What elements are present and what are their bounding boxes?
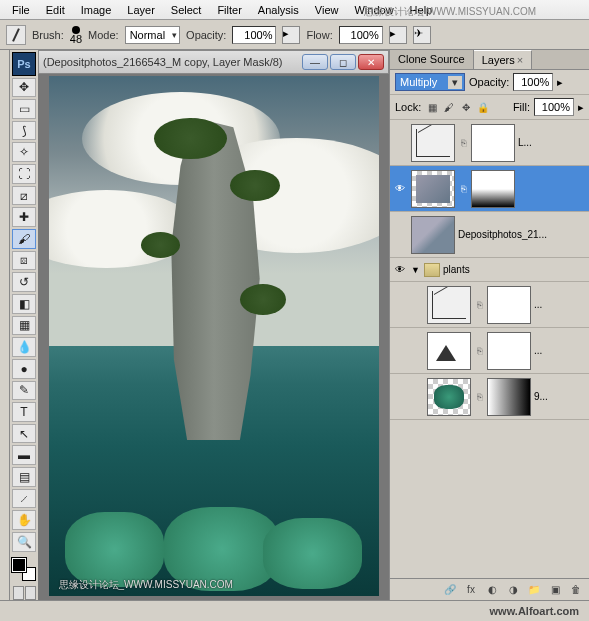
minimize-button[interactable]: —: [302, 54, 328, 70]
history-brush-tool[interactable]: ↺: [12, 272, 36, 292]
layer-row[interactable]: ⎘ L...: [390, 120, 589, 166]
visibility-toggle[interactable]: [392, 135, 408, 151]
shape-tool[interactable]: ▬: [12, 445, 36, 465]
brush-tool[interactable]: 🖌: [12, 229, 36, 249]
opacity-input[interactable]: 100%: [232, 26, 276, 44]
lasso-tool[interactable]: ⟆: [12, 121, 36, 141]
layer-name[interactable]: 9...: [534, 391, 587, 402]
fx-icon[interactable]: fx: [462, 582, 480, 598]
stamp-tool[interactable]: ⧇: [12, 251, 36, 271]
visibility-toggle[interactable]: [408, 297, 424, 313]
heal-tool[interactable]: ✚: [12, 207, 36, 227]
wand-tool[interactable]: ✧: [12, 142, 36, 162]
marquee-tool[interactable]: ▭: [12, 99, 36, 119]
fg-bg-swatch[interactable]: [12, 558, 36, 582]
layer-row[interactable]: Depositphotos_21...: [390, 212, 589, 258]
layer-mask-thumb[interactable]: [487, 332, 531, 370]
dodge-tool[interactable]: ●: [12, 359, 36, 379]
fill-label: Fill:: [513, 101, 530, 113]
visibility-toggle[interactable]: [408, 343, 424, 359]
layer-mask-thumb[interactable]: [487, 286, 531, 324]
brush-label: Brush:: [32, 29, 64, 41]
layer-name[interactable]: Depositphotos_21...: [458, 229, 587, 240]
type-tool[interactable]: T: [12, 402, 36, 422]
menu-image[interactable]: Image: [73, 1, 120, 19]
layer-name[interactable]: ...: [534, 299, 587, 310]
layer-thumb-curves[interactable]: [411, 124, 455, 162]
flow-flyout-icon[interactable]: ▸: [389, 26, 407, 44]
crop-tool[interactable]: ⛶: [12, 164, 36, 184]
menu-filter[interactable]: Filter: [209, 1, 249, 19]
layer-thumb[interactable]: [411, 216, 455, 254]
layer-row[interactable]: ⎘: [390, 166, 589, 212]
close-button[interactable]: ✕: [358, 54, 384, 70]
menu-analysis[interactable]: Analysis: [250, 1, 307, 19]
lock-transparent-icon[interactable]: ▦: [425, 100, 439, 114]
brush-size-value: 48: [70, 34, 82, 44]
maximize-button[interactable]: ◻: [330, 54, 356, 70]
visibility-toggle[interactable]: [392, 262, 408, 278]
layer-row[interactable]: ⎘ ...: [390, 328, 589, 374]
canvas[interactable]: 思缘设计论坛_WWW.MISSYUAN.COM: [38, 74, 389, 600]
menu-select[interactable]: Select: [163, 1, 210, 19]
menu-edit[interactable]: Edit: [38, 1, 73, 19]
disclosure-icon[interactable]: ▼: [411, 265, 421, 275]
quickmask-toggle[interactable]: [13, 586, 36, 600]
visibility-toggle[interactable]: [392, 181, 408, 197]
flow-input[interactable]: 100%: [339, 26, 383, 44]
layer-mask-thumb[interactable]: [471, 170, 515, 208]
lock-all-icon[interactable]: 🔒: [476, 100, 490, 114]
menu-view[interactable]: View: [307, 1, 347, 19]
blur-tool[interactable]: 💧: [12, 337, 36, 357]
menu-layer[interactable]: Layer: [119, 1, 163, 19]
airbrush-icon[interactable]: ✈: [413, 26, 431, 44]
brush-size-picker[interactable]: 48: [70, 26, 82, 44]
layer-thumb[interactable]: [427, 378, 471, 416]
gradient-tool[interactable]: ▦: [12, 316, 36, 336]
layer-blendmode-dropdown[interactable]: Multiply: [395, 73, 465, 91]
layer-opacity-input[interactable]: 100%: [513, 73, 553, 91]
tab-close-icon[interactable]: ×: [517, 54, 523, 66]
blend-mode-dropdown[interactable]: Normal: [125, 26, 180, 44]
opacity-flyout-icon[interactable]: ▸: [282, 26, 300, 44]
visibility-toggle[interactable]: [392, 227, 408, 243]
panel-dock-strip[interactable]: [0, 50, 10, 600]
eraser-tool[interactable]: ◧: [12, 294, 36, 314]
group-icon[interactable]: 📁: [525, 582, 543, 598]
path-tool[interactable]: ↖: [12, 424, 36, 444]
brush-tool-icon[interactable]: [6, 25, 26, 45]
fill-input[interactable]: 100%: [534, 98, 574, 116]
footer-link[interactable]: www.Alfoart.com: [490, 605, 579, 617]
flyout-icon[interactable]: ▸: [578, 101, 584, 114]
lock-pixels-icon[interactable]: 🖌: [442, 100, 456, 114]
layer-name[interactable]: plants: [443, 264, 587, 275]
trash-icon[interactable]: 🗑: [567, 582, 585, 598]
layer-mask-thumb[interactable]: [487, 378, 531, 416]
eyedropper-tool[interactable]: ⟋: [12, 489, 36, 509]
new-layer-icon[interactable]: ▣: [546, 582, 564, 598]
layer-name[interactable]: ...: [534, 345, 587, 356]
adjustment-icon[interactable]: ◑: [504, 582, 522, 598]
slice-tool[interactable]: ⧄: [12, 186, 36, 206]
move-tool[interactable]: ✥: [12, 78, 36, 98]
pen-tool[interactable]: ✎: [12, 381, 36, 401]
layer-thumb[interactable]: [411, 170, 455, 208]
link-layers-icon[interactable]: 🔗: [441, 582, 459, 598]
tab-clone-source[interactable]: Clone Source: [390, 50, 474, 69]
visibility-toggle[interactable]: [408, 389, 424, 405]
layer-thumb-levels[interactable]: [427, 332, 471, 370]
layer-row[interactable]: ⎘ ...: [390, 282, 589, 328]
mask-icon[interactable]: ◐: [483, 582, 501, 598]
layer-mask-thumb[interactable]: [471, 124, 515, 162]
layer-row[interactable]: ⎘ 9...: [390, 374, 589, 420]
menu-file[interactable]: File: [4, 1, 38, 19]
layer-group-row[interactable]: ▼ plants: [390, 258, 589, 282]
flyout-icon[interactable]: ▸: [557, 76, 563, 89]
notes-tool[interactable]: ▤: [12, 467, 36, 487]
tab-layers[interactable]: Layers×: [474, 50, 532, 69]
layer-thumb-curves[interactable]: [427, 286, 471, 324]
hand-tool[interactable]: ✋: [12, 510, 36, 530]
zoom-tool[interactable]: 🔍: [12, 532, 36, 552]
layer-name[interactable]: L...: [518, 137, 587, 148]
lock-position-icon[interactable]: ✥: [459, 100, 473, 114]
